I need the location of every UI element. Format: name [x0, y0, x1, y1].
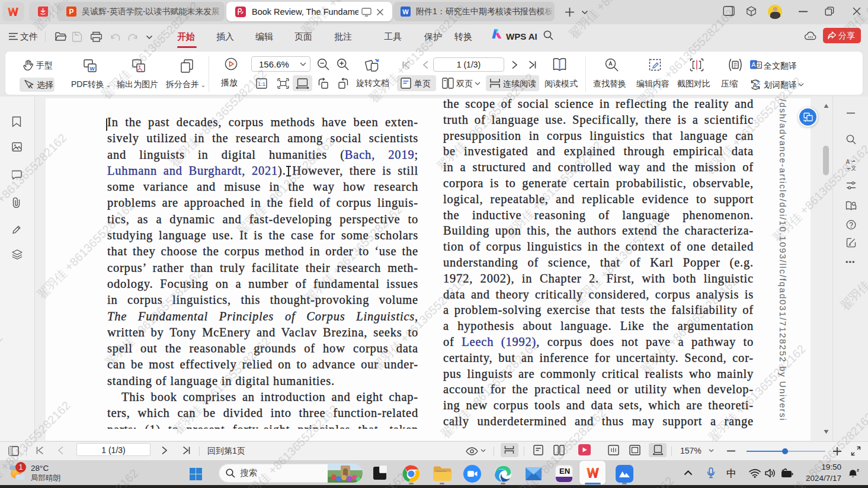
svg-text:z: z: [857, 467, 859, 473]
svg-text:1:1: 1:1: [258, 81, 265, 87]
svg-text:A: A: [846, 159, 850, 165]
svg-text:P: P: [69, 8, 73, 16]
svg-text:W: W: [402, 8, 409, 15]
svg-text:文: 文: [851, 165, 857, 171]
svg-text:文: 文: [756, 80, 761, 85]
svg-text:文: 文: [757, 63, 761, 68]
svg-text:A: A: [751, 61, 756, 68]
svg-text:W: W: [89, 66, 95, 72]
